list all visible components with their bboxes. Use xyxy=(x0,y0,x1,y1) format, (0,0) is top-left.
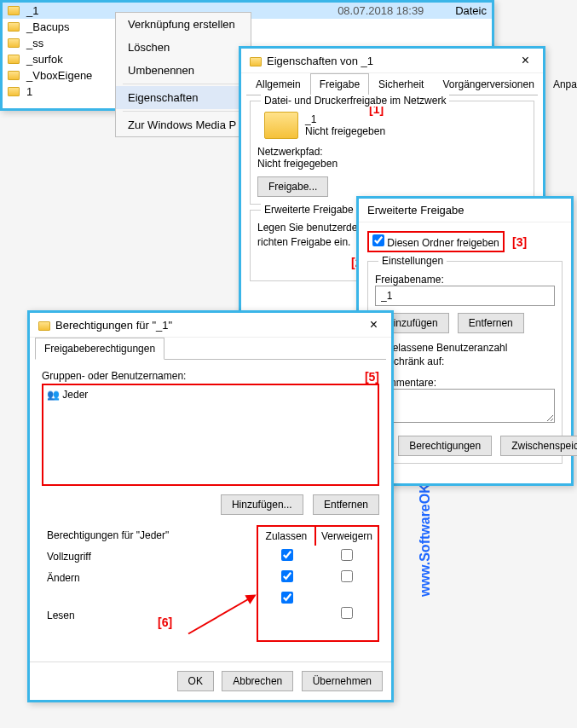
annotation: [5] xyxy=(365,370,379,384)
annotation: [6] xyxy=(158,615,172,629)
remove-button[interactable]: Entfernen xyxy=(458,313,524,333)
user-name: Jeder xyxy=(62,389,88,401)
col-deny: Verweigern xyxy=(316,525,379,546)
deny-modify-checkbox[interactable] xyxy=(341,570,353,582)
close-icon[interactable]: × xyxy=(365,318,383,332)
allow-full-checkbox[interactable] xyxy=(281,549,293,561)
tabs: Allgemein Freigabe Sicherheit Vorgängerv… xyxy=(246,73,538,95)
share-folder-checkbox[interactable] xyxy=(372,234,384,246)
sharename-input[interactable] xyxy=(375,286,555,306)
ctx-media[interactable]: Zur Windows Media P xyxy=(116,113,251,136)
cancel-button[interactable]: Abbrechen xyxy=(222,671,293,691)
folder-icon xyxy=(250,57,262,66)
perm-modify: Ändern xyxy=(42,567,257,588)
netpath-value: Nicht freigegeben xyxy=(257,158,527,170)
apply-button[interactable]: Übernehmen xyxy=(302,671,383,691)
folder-icon xyxy=(38,321,50,331)
permissions-button[interactable]: Berechtigungen xyxy=(398,436,492,456)
tab-sharing[interactable]: Freigabe xyxy=(310,73,369,95)
caching-button[interactable]: Zwischenspeich xyxy=(500,436,577,456)
group-header: Erweiterte Freigabe xyxy=(261,204,357,216)
file-date: 08.07.2018 18:39 xyxy=(338,4,448,17)
ctx-delete[interactable]: Löschen xyxy=(116,36,251,59)
allow-read-checkbox[interactable] xyxy=(281,592,293,604)
separator xyxy=(123,111,244,112)
permissions-for-label: Berechtigungen für "Jeder" xyxy=(42,525,257,546)
folder-name: _Bacups xyxy=(26,20,487,33)
ctx-rename[interactable]: Umbenennen xyxy=(116,59,251,82)
list-item[interactable]: 👥 Jeder xyxy=(47,389,374,401)
allow-modify-checkbox[interactable] xyxy=(281,570,293,582)
dialog-title: Berechtigungen für "_1" xyxy=(55,319,172,332)
folder-icon xyxy=(264,112,298,139)
dialog-title: Erweiterte Freigabe xyxy=(367,204,464,217)
file-type: Dateic xyxy=(455,4,487,17)
remove-button[interactable]: Entfernen xyxy=(313,494,379,515)
col-allow: Zulassen xyxy=(257,525,316,546)
dialog-title: Eigenschaften von _1 xyxy=(267,55,373,67)
network-share-group: Datei- und Druckerfreigabe im Netzwerk _… xyxy=(250,101,534,205)
folder-icon xyxy=(8,55,20,64)
context-menu: Verknüpfung erstellen Löschen Umbenennen… xyxy=(115,12,251,137)
annotation: [3] xyxy=(512,235,527,249)
deny-read-checkbox[interactable] xyxy=(341,607,353,619)
ctx-properties[interactable]: Eigenschaften xyxy=(116,86,251,109)
users-listbox[interactable]: 👥 Jeder xyxy=(42,384,379,486)
folder-icon xyxy=(8,87,20,96)
close-icon[interactable]: × xyxy=(516,54,534,67)
folder-icon xyxy=(8,38,20,48)
groups-label: Gruppen- oder Benutzernamen: xyxy=(42,370,186,384)
tab-general[interactable]: Allgemein xyxy=(246,73,310,95)
folder-icon xyxy=(8,22,20,32)
checkbox-label: Diesen Ordner freigeben xyxy=(387,237,499,249)
folder-icon xyxy=(8,71,20,80)
netpath-label: Netzwerkpfad: xyxy=(257,146,527,158)
comment-label: Kommentare: xyxy=(375,377,555,389)
group-header: Einstellungen xyxy=(378,255,447,267)
tab-versions[interactable]: Vorgängerversionen xyxy=(433,73,543,95)
sharename-label: Freigabename: xyxy=(375,274,555,286)
add-button[interactable]: Hinzufügen... xyxy=(221,494,303,515)
share-button[interactable]: Freigabe... xyxy=(257,176,328,197)
share-status: Nicht freigegeben xyxy=(305,125,385,137)
ok-button[interactable]: OK xyxy=(177,671,214,691)
tab-security[interactable]: Sicherheit xyxy=(369,73,433,95)
ctx-create-shortcut[interactable]: Verknüpfung erstellen xyxy=(116,13,251,36)
deny-full-checkbox[interactable] xyxy=(341,549,353,561)
tab-customize[interactable]: Anpassen xyxy=(544,73,577,95)
limit-label: Zugelassene Benutzeranzahl einschränk au… xyxy=(375,342,555,368)
perm-full: Vollzugriff xyxy=(42,546,257,567)
perm-read: Lesen xyxy=(42,588,257,642)
separator xyxy=(123,84,244,84)
users-icon: 👥 xyxy=(47,389,60,401)
group-header: Datei- und Druckerfreigabe im Netzwerk xyxy=(261,95,449,107)
comment-input[interactable] xyxy=(375,389,555,423)
folder-icon xyxy=(8,6,20,15)
permissions-dialog: Berechtigungen für "_1" × Freigabeberech… xyxy=(27,310,394,702)
tab-share-permissions[interactable]: Freigabeberechtigungen xyxy=(35,338,164,360)
